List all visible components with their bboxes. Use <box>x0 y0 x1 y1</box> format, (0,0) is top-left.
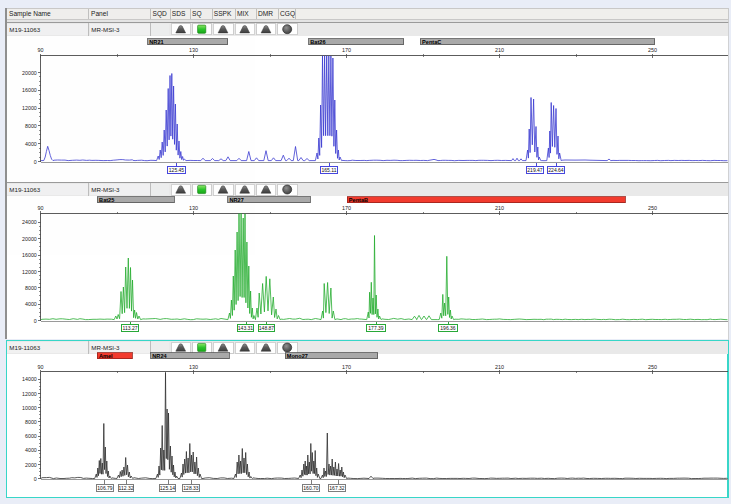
svg-text:0: 0 <box>34 159 37 165</box>
svg-text:125.45: 125.45 <box>169 167 185 173</box>
svg-text:DMR: DMR <box>258 10 273 17</box>
svg-text:250: 250 <box>648 364 657 370</box>
svg-text:SDS: SDS <box>172 10 186 17</box>
svg-text:170: 170 <box>342 205 351 211</box>
svg-text:NR21: NR21 <box>149 39 163 45</box>
svg-text:165.11: 165.11 <box>322 167 337 173</box>
svg-text:130: 130 <box>189 205 198 211</box>
svg-text:250: 250 <box>648 47 657 53</box>
svg-text:12000: 12000 <box>22 105 37 111</box>
svg-text:16000: 16000 <box>22 87 37 93</box>
svg-text:0: 0 <box>34 318 37 324</box>
svg-text:20000: 20000 <box>22 236 37 242</box>
svg-text:196.36: 196.36 <box>440 325 456 331</box>
svg-text:4000: 4000 <box>25 301 37 307</box>
svg-text:8000: 8000 <box>25 123 37 129</box>
svg-text:106.79: 106.79 <box>97 485 113 491</box>
svg-text:128.33: 128.33 <box>183 485 199 491</box>
svg-text:20000: 20000 <box>22 70 37 76</box>
svg-text:210: 210 <box>495 364 504 370</box>
svg-text:160.70: 160.70 <box>303 485 319 491</box>
svg-text:M19-11063: M19-11063 <box>9 344 40 351</box>
svg-text:SSPK: SSPK <box>214 10 232 17</box>
svg-text:12000: 12000 <box>22 391 37 397</box>
svg-text:8000: 8000 <box>25 419 37 425</box>
svg-text:112.32: 112.32 <box>119 485 134 491</box>
svg-text:24000: 24000 <box>22 219 37 225</box>
svg-text:Bat26: Bat26 <box>310 39 325 45</box>
svg-text:167.32: 167.32 <box>329 485 345 491</box>
svg-text:Sample Name: Sample Name <box>9 10 51 18</box>
svg-text:Panel: Panel <box>91 10 108 17</box>
svg-text:NR24: NR24 <box>152 353 167 359</box>
svg-text:8000: 8000 <box>25 285 37 291</box>
svg-text:113.27: 113.27 <box>123 325 138 331</box>
svg-text:Amel: Amel <box>99 353 113 359</box>
svg-text:NR27: NR27 <box>230 197 244 203</box>
svg-text:0: 0 <box>34 476 37 482</box>
svg-text:SQ: SQ <box>192 10 202 18</box>
svg-text:14000: 14000 <box>22 376 37 382</box>
svg-text:MR-MSI-3: MR-MSI-3 <box>91 344 120 351</box>
svg-text:148.87: 148.87 <box>259 325 275 331</box>
svg-text:90: 90 <box>38 205 44 211</box>
svg-text:177.39: 177.39 <box>368 325 384 331</box>
svg-text:130: 130 <box>189 47 198 53</box>
svg-text:210: 210 <box>495 47 504 53</box>
svg-text:4000: 4000 <box>25 141 37 147</box>
svg-text:10000: 10000 <box>22 405 37 411</box>
svg-text:143.31: 143.31 <box>238 325 254 331</box>
svg-text:Mono27: Mono27 <box>287 353 308 359</box>
svg-text:4000: 4000 <box>25 447 37 453</box>
svg-text:12000: 12000 <box>22 269 37 275</box>
svg-text:224.64: 224.64 <box>548 167 564 173</box>
svg-text:125.14: 125.14 <box>160 485 176 491</box>
svg-text:90: 90 <box>38 364 44 370</box>
svg-text:SQD: SQD <box>153 10 168 18</box>
svg-text:170: 170 <box>342 47 351 53</box>
svg-text:MIX: MIX <box>237 10 249 17</box>
svg-text:6000: 6000 <box>25 433 37 439</box>
svg-text:M19-11063: M19-11063 <box>9 26 40 33</box>
svg-text:16000: 16000 <box>22 252 37 258</box>
svg-text:250: 250 <box>648 205 657 211</box>
svg-text:PentaC: PentaC <box>422 39 441 45</box>
svg-text:170: 170 <box>342 364 351 370</box>
svg-text:CGQ: CGQ <box>280 10 295 18</box>
svg-text:MR-MSI-3: MR-MSI-3 <box>91 26 120 33</box>
svg-text:Bat25: Bat25 <box>99 197 114 203</box>
svg-text:219.47: 219.47 <box>527 167 543 173</box>
svg-text:130: 130 <box>189 364 198 370</box>
svg-text:M19-11063: M19-11063 <box>9 186 40 193</box>
svg-text:MR-MSI-3: MR-MSI-3 <box>91 186 120 193</box>
svg-text:PentaB: PentaB <box>349 197 368 203</box>
svg-text:210: 210 <box>495 205 504 211</box>
svg-text:90: 90 <box>38 47 44 53</box>
svg-text:2000: 2000 <box>25 462 37 468</box>
